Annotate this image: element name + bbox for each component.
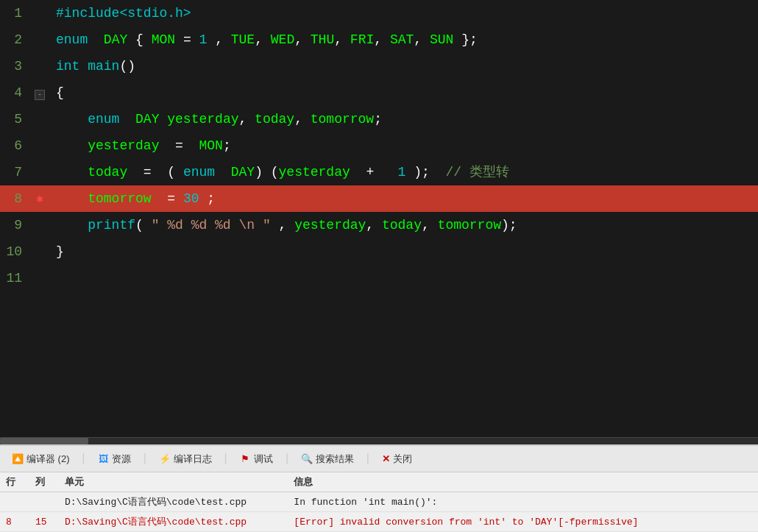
error-table-header: 行 列 单元 信息 [0,472,758,492]
row-unit-cell: D:\Saving\C语言代码\code\test.cpp [65,515,294,528]
table-row[interactable]: 8 15 D:\Saving\C语言代码\code\test.cpp [Erro… [0,512,758,532]
code-lines: 1#include<stdio.h>2enum DAY { MON = 1 , … [0,0,758,291]
tab-compiler[interactable]: 🔼 编译器 (2) [6,451,76,467]
code-line: 6 yesterday = MON; [0,132,758,159]
tab-compile-log[interactable]: ⚡ 编译日志 [153,451,218,467]
fold-indicator[interactable]: - [35,90,45,100]
line-number: 7 [0,159,29,185]
header-row: 行 [6,475,35,489]
tab-search-results[interactable]: 🔍 搜索结果 [295,451,360,467]
tab-resources[interactable]: 🖼 资源 [91,451,137,467]
line-number: 6 [0,132,29,159]
compiler-icon: 🔼 [12,453,24,465]
code-content: #include<stdio.h> [50,0,758,26]
code-content: int main() [50,53,758,79]
header-info: 信息 [294,475,752,489]
line-number: 8 [0,185,29,212]
code-line: 9 printf( " %d %d %d \n " , yesterday, t… [0,212,758,238]
code-content: printf( " %d %d %d \n " , yesterday, tod… [50,212,758,238]
error-indicator: ✱ [36,193,43,206]
code-line: 2enum DAY { MON = 1 , TUE, WED, THU, FRI… [0,26,758,53]
code-line: 5 enum DAY yesterday, today, tomorrow; [0,106,758,132]
bottom-panel: 🔼 编译器 (2) | 🖼 资源 | ⚡ 编译日志 | ⚑ 调试 | 🔍 搜索结… [0,444,758,532]
code-line: 11 [0,265,758,291]
line-number: 5 [0,106,29,132]
row-info-cell: [Error] invalid conversion from 'int' to… [294,517,752,528]
close-button[interactable]: ✕ 关闭 [376,451,418,467]
header-col: 列 [35,475,65,489]
line-number: 1 [0,0,29,26]
resource-icon: 🖼 [97,453,109,465]
line-number: 2 [0,26,29,53]
code-content: } [50,238,758,265]
line-number: 3 [0,53,29,79]
code-line: 7 today = ( enum DAY) (yesterday + 1 ); … [0,159,758,185]
code-editor[interactable]: 1#include<stdio.h>2enum DAY { MON = 1 , … [0,0,758,437]
code-line: 3int main() [0,53,758,79]
code-line: 8✱ tomorrow = 30 ; [0,185,758,212]
line-indicator: ✱ [29,185,50,213]
line-indicator: - [29,79,50,106]
code-content: tomorrow = 30 ; [50,185,758,212]
line-number: 9 [0,212,29,238]
code-content: enum DAY yesterday, today, tomorrow; [50,106,758,132]
code-content: enum DAY { MON = 1 , TUE, WED, THU, FRI,… [50,26,758,53]
search-icon: 🔍 [301,453,313,465]
horizontal-scrollbar[interactable] [0,437,758,444]
code-line: 10} [0,238,758,265]
code-content: { [50,79,758,106]
row-unit-cell: D:\Saving\C语言代码\code\test.cpp [65,495,294,508]
log-icon: ⚡ [159,453,171,465]
close-icon: ✕ [382,453,390,464]
bottom-toolbar: 🔼 编译器 (2) | 🖼 资源 | ⚡ 编译日志 | ⚑ 调试 | 🔍 搜索结… [0,446,758,472]
line-number: 10 [0,238,29,265]
tab-debug[interactable]: ⚑ 调试 [233,451,279,467]
row-info-cell: In function 'int main()': [294,497,752,508]
line-number: 11 [0,265,29,291]
header-unit: 单元 [65,475,294,489]
code-content: yesterday = MON; [50,132,758,159]
row-col-cell: 15 [35,517,65,528]
table-row[interactable]: D:\Saving\C语言代码\code\test.cpp In functio… [0,492,758,512]
code-line: 4-{ [0,79,758,106]
debug-icon: ⚑ [239,453,251,465]
code-content: today = ( enum DAY) (yesterday + 1 ); //… [50,159,758,185]
row-num-cell: 8 [6,517,35,528]
code-line: 1#include<stdio.h> [0,0,758,26]
line-number: 4 [0,79,29,106]
